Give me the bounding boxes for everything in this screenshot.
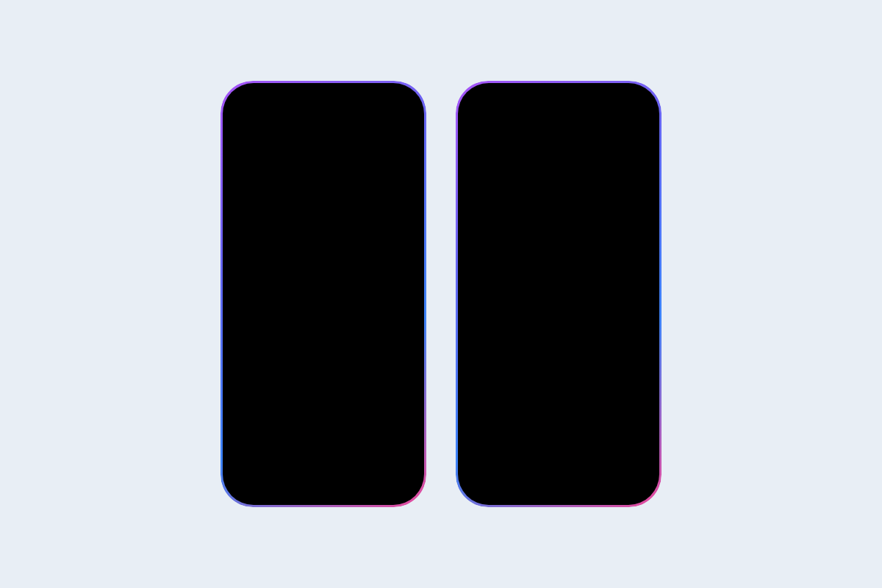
call-header-left: ⌄ Cassandra Taylor — [234, 121, 351, 139]
audio-output-subtitle: Phone — [470, 275, 648, 286]
audio-output-text: Audio output Phone — [470, 259, 648, 286]
right-status-icons: ⌘ — [598, 98, 645, 110]
settings-title: Call settings — [523, 200, 593, 213]
microphone-mode-subtitle: Standard — [470, 320, 648, 331]
left-phone: 9:41 ⌘ ⌄ Cassandra Taylor — [220, 81, 426, 507]
neck — [309, 263, 338, 293]
mobile-data-text: Mobile data for HD video Always use HD v… — [470, 349, 612, 387]
right-phone: 9:41 ⌘ — [456, 81, 662, 507]
chevron-down-icon[interactable]: ⌄ — [234, 121, 247, 139]
permissions-group: End-to-end encryption > — [458, 430, 659, 462]
signal-icon — [363, 99, 376, 108]
video-background — [223, 83, 424, 505]
avatars-row — [458, 115, 659, 182]
toggle-knob — [628, 359, 646, 377]
mobile-data-title: Mobile data for HD video — [470, 349, 612, 364]
battery-icon — [390, 99, 409, 108]
left-phone-screen: 9:41 ⌘ ⌄ Cassandra Taylor — [223, 83, 424, 505]
back-button[interactable]: ‹ — [470, 196, 476, 217]
mouth — [312, 232, 334, 238]
microphone-mode-title: Microphone mode — [470, 304, 648, 319]
avatar-1[interactable] — [504, 123, 556, 174]
left-status-time: 9:41 — [237, 96, 270, 111]
controls-section-header: Controls — [458, 223, 659, 250]
drag-handle — [545, 182, 572, 184]
more-options-icon[interactable]: ••• — [394, 123, 412, 138]
call-header: ⌄ Cassandra Taylor 👤+ ••• — [223, 115, 424, 145]
hd-video-toggle[interactable] — [612, 358, 648, 379]
right-wifi-icon: ⌘ — [613, 98, 623, 110]
nose — [318, 219, 329, 226]
eyes — [294, 202, 353, 208]
settings-content: ‹ Call settings Controls Audio output Ph… — [458, 190, 659, 505]
right-signal-icon — [598, 99, 611, 108]
microphone-mode-text: Microphone mode Standard — [470, 304, 648, 331]
wifi-icon: ⌘ — [378, 98, 387, 110]
call-header-actions: 👤+ ••• — [364, 123, 412, 138]
mobile-data-subtitle: Always use HD video when available — [470, 365, 612, 387]
body — [250, 373, 397, 505]
right-status-time: 9:41 — [473, 96, 505, 111]
right-status-bar: 9:41 ⌘ — [458, 83, 659, 115]
encryption-row[interactable]: End-to-end encryption > — [458, 430, 659, 462]
encryption-title: End-to-end encryption — [470, 439, 642, 453]
add-person-icon[interactable]: 👤+ — [364, 123, 385, 137]
encryption-text: End-to-end encryption — [470, 439, 642, 453]
caller-name: Cassandra Taylor — [253, 123, 351, 137]
settings-nav: ‹ Call settings — [458, 190, 659, 223]
right-phone-screen: 9:41 ⌘ — [458, 83, 659, 505]
audio-output-title: Audio output — [470, 259, 648, 273]
mobile-data-row[interactable]: Mobile data for HD video Always use HD v… — [458, 340, 659, 396]
right-battery-icon — [625, 99, 645, 108]
left-status-icons: ⌘ — [363, 98, 410, 110]
permissions-section-header: Permissions — [458, 402, 659, 429]
avatar-2[interactable] — [562, 123, 613, 174]
microphone-mode-row[interactable]: Microphone mode Standard — [458, 295, 659, 341]
controls-group: Audio output Phone Microphone mode Stand… — [458, 250, 659, 396]
audio-output-row[interactable]: Audio output Phone — [458, 250, 659, 295]
chevron-right-icon: > — [642, 440, 648, 451]
left-status-bar: 9:41 ⌘ — [223, 83, 424, 115]
